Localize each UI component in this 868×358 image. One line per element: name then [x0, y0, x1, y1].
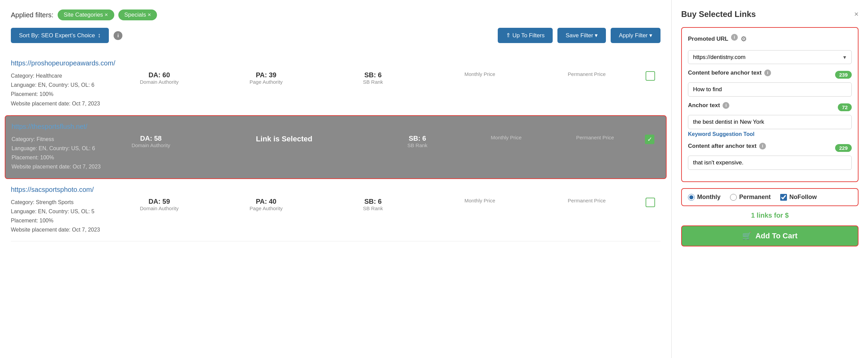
apply-filter-label: Apply Filter ▾: [619, 32, 652, 39]
filter-tag-site-categories[interactable]: Site Categories ×: [58, 9, 114, 20]
keyword-suggestion-link[interactable]: Keyword Suggestion Tool: [688, 131, 754, 137]
stat-sb-2: SB: 6 SB Rank: [373, 135, 462, 148]
stat-sb-value-2: SB: 6: [373, 135, 462, 142]
add-to-cart-button[interactable]: 🛒 Add To Cart: [681, 225, 859, 246]
promoted-url-header: Promoted URL i ⚙: [688, 34, 852, 47]
site-meta-col-3: Category: Strength Sports Language: EN, …: [11, 198, 106, 235]
stat-monthly-label-3: Monthly Price: [427, 198, 533, 203]
site-stats-row-2: Category: Fitness Language: EN, Country:…: [12, 135, 660, 172]
stat-permanent-3: Permanent Price: [533, 198, 640, 203]
promoted-url-section: Promoted URL i ⚙ https://dentistny.com C…: [681, 27, 859, 182]
monthly-radio-label[interactable]: Monthly: [688, 194, 721, 201]
stat-da-value-2: DA: 58: [106, 135, 195, 142]
stat-da-3: DA: 59 Domain Authority: [106, 198, 213, 211]
site-language-3: Language: EN, Country: US, OL: 5: [11, 207, 106, 216]
stat-sb-label-1: SB Rank: [319, 79, 426, 85]
links-summary: 1 links for $: [681, 212, 859, 219]
content-before-label: Content before anchor text i: [688, 69, 771, 76]
stat-monthly-3: Monthly Price: [427, 198, 533, 203]
stat-permanent-label-3: Permanent Price: [533, 198, 640, 203]
site-placement-3: Placement: 100%: [11, 216, 106, 225]
stat-pa-1: PA: 39 Page Authority: [213, 71, 319, 85]
selected-label: Link is Selected: [195, 135, 373, 143]
nofollow-label: NoFollow: [789, 194, 817, 201]
anchor-text-info-icon[interactable]: i: [723, 102, 729, 109]
content-after-input[interactable]: [688, 156, 852, 170]
toolbar-right: ⇑ Up To Filters Save Filter ▾ Apply Filt…: [498, 28, 660, 43]
promoted-url-info-icon[interactable]: i: [731, 34, 738, 41]
sort-button[interactable]: Sort By: SEO Expert's Choice ↕: [11, 28, 109, 43]
gear-icon[interactable]: ⚙: [741, 35, 747, 43]
checkbox-col-1[interactable]: [640, 71, 660, 81]
anchor-text-header: Anchor text i 72: [688, 102, 852, 112]
stat-da-1: DA: 60 Domain Authority: [106, 71, 213, 85]
content-after-header: Content after anchor text i 229: [688, 143, 852, 153]
stat-pa-value-1: PA: 39: [213, 71, 319, 79]
stat-monthly-2: Monthly Price: [462, 135, 551, 140]
anchor-text-input[interactable]: [688, 115, 852, 129]
checkbox-col-2[interactable]: ✓: [639, 135, 660, 144]
pricing-row: Monthly Permanent NoFollow: [681, 188, 859, 206]
site-url-2[interactable]: https://thesportsflush.net/: [12, 123, 660, 131]
content-before-row: Content before anchor text i 239: [688, 69, 852, 97]
anchor-text-row: Anchor text i 72 Keyword Suggestion Tool: [688, 102, 852, 137]
content-before-info-icon[interactable]: i: [764, 69, 771, 76]
sort-button-label: Sort By: SEO Expert's Choice: [19, 32, 95, 39]
checkbox-1[interactable]: [646, 71, 655, 81]
site-meta-1: Category: Healthcare Language: EN, Count…: [11, 71, 106, 108]
stat-da-label-2: Domain Authority: [106, 142, 195, 148]
site-language-2: Language: EN, Country: US, OL: 6: [12, 144, 106, 153]
anchor-text-count: 72: [838, 103, 852, 111]
site-date-1: Website placement date: Oct 7, 2023: [11, 99, 106, 108]
site-date-3: Website placement date: Oct 7, 2023: [11, 225, 106, 234]
monthly-label: Monthly: [697, 194, 721, 201]
permanent-radio[interactable]: [730, 194, 737, 201]
checkbox-2[interactable]: ✓: [645, 135, 654, 144]
promoted-url-select[interactable]: https://dentistny.com: [688, 50, 852, 64]
stat-da-label-1: Domain Authority: [106, 79, 213, 85]
stat-permanent-2: Permanent Price: [551, 135, 639, 140]
site-url-1[interactable]: https://proshopeuropeawards.com/: [11, 59, 660, 67]
up-to-filters-button[interactable]: ⇑ Up To Filters: [498, 28, 553, 43]
close-button[interactable]: ×: [854, 10, 859, 19]
stat-sb-3: SB: 6 SB Rank: [319, 198, 426, 211]
stat-pa-label-1: Page Authority: [213, 79, 319, 85]
site-language-1: Language: EN, Country: US, OL: 6: [11, 80, 106, 90]
checkbox-col-3[interactable]: [640, 198, 660, 207]
filters-label: Applied filters:: [11, 11, 54, 19]
permanent-radio-label[interactable]: Permanent: [730, 194, 771, 201]
selected-label-col: Link is Selected: [195, 135, 373, 143]
checkbox-3[interactable]: [646, 198, 655, 207]
filter-tag-specials[interactable]: Specials ×: [118, 9, 157, 20]
site-placement-1: Placement: 100%: [11, 90, 106, 99]
save-filter-button[interactable]: Save Filter ▾: [557, 28, 606, 43]
content-after-info-icon[interactable]: i: [759, 143, 766, 150]
filter-tag-specials-label: Specials ×: [124, 12, 151, 18]
site-card-1: https://proshopeuropeawards.com/ Categor…: [11, 53, 660, 115]
site-stats-row-1: Category: Healthcare Language: EN, Count…: [11, 71, 660, 108]
content-before-header: Content before anchor text i 239: [688, 69, 852, 80]
site-card-2: https://thesportsflush.net/ Category: Fi…: [5, 115, 667, 179]
nofollow-checkbox-label[interactable]: NoFollow: [780, 194, 817, 201]
stat-sb-value-1: SB: 6: [319, 71, 426, 79]
filter-tag-site-categories-label: Site Categories ×: [64, 12, 108, 18]
site-date-2: Website placement date: Oct 7, 2023: [12, 162, 106, 171]
stat-sb-value-3: SB: 6: [319, 198, 426, 205]
monthly-radio[interactable]: [688, 194, 695, 201]
stat-sb-label-3: SB Rank: [319, 205, 426, 211]
site-category-3: Category: Strength Sports: [11, 198, 106, 207]
site-meta-col-1: Category: Healthcare Language: EN, Count…: [11, 71, 106, 108]
content-before-input[interactable]: [688, 82, 852, 97]
toolbar-info-icon[interactable]: i: [114, 31, 122, 40]
promoted-url-row: Promoted URL i ⚙ https://dentistny.com: [688, 34, 852, 64]
nofollow-checkbox[interactable]: [780, 194, 787, 201]
cart-icon: 🛒: [742, 232, 751, 240]
content-after-row: Content after anchor text i 229: [688, 143, 852, 170]
stat-da-2: DA: 58 Domain Authority: [106, 135, 195, 148]
apply-filter-button[interactable]: Apply Filter ▾: [611, 28, 660, 43]
toolbar-row: Sort By: SEO Expert's Choice ↕ i ⇑ Up To…: [11, 28, 660, 43]
site-url-3[interactable]: https://sacsportsphoto.com/: [11, 186, 660, 194]
anchor-text-label: Anchor text i: [688, 102, 729, 109]
stat-permanent-label-1: Permanent Price: [533, 71, 640, 77]
site-stats-row-3: Category: Strength Sports Language: EN, …: [11, 198, 660, 235]
